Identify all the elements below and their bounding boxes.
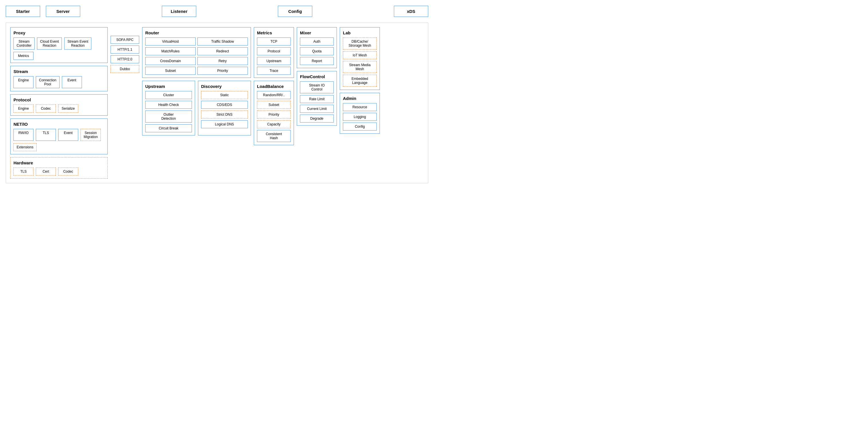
admin-section: Admin Resource Logging Config bbox=[340, 93, 380, 134]
upstream-health-check: Health Check bbox=[145, 101, 192, 109]
upstream-circuit-break: Circuit Break bbox=[145, 124, 192, 132]
discovery-section: Discovery Static CDS/EDS Strict DNS Logi… bbox=[198, 81, 251, 135]
mixer-items: Auth Quota Report bbox=[300, 37, 334, 65]
lab-embedded: Embedded Language bbox=[343, 75, 377, 87]
left-column: Proxy Stream Controller Cloud Event Reac… bbox=[10, 27, 108, 179]
hardware-item-tls: TLS bbox=[13, 167, 33, 176]
upstream-title: Upstream bbox=[145, 84, 192, 89]
stream-item-connection-pool: Connection Pool bbox=[36, 76, 60, 88]
discovery-title: Discovery bbox=[201, 84, 248, 89]
netio-title: NET/IO bbox=[13, 122, 104, 127]
protocol-title: Protocol bbox=[13, 97, 104, 102]
netio-section: NET/IO RW/IO TLS Event Session Migration… bbox=[10, 119, 108, 154]
header-xds: xDS bbox=[394, 6, 428, 17]
stream-item-engine: Engine bbox=[13, 76, 33, 88]
main-area: Proxy Stream Controller Cloud Event Reac… bbox=[6, 23, 428, 183]
lb-consistent-hash: Consistent Hash bbox=[257, 130, 291, 142]
lab-stream-media: Stream Media Mesh bbox=[343, 61, 377, 73]
discovery-cds-eds: CDS/EDS bbox=[201, 101, 248, 109]
hardware-items: TLS Cert Codec bbox=[13, 167, 104, 176]
discovery-logical-dns: Logical DNS bbox=[201, 120, 248, 128]
netio-item-event: Event bbox=[58, 129, 78, 141]
lab-title: Lab bbox=[343, 30, 377, 35]
proxy-item-stream-event: Stream Event Reaction bbox=[64, 37, 91, 50]
metrics-protocol: Protocol bbox=[257, 47, 291, 55]
stream-item-event: Event bbox=[62, 76, 82, 88]
lb-subset: Subset bbox=[257, 101, 291, 109]
router-items: VirtualHost Traffic Shadow MatchRules Re… bbox=[145, 37, 248, 75]
lb-capacity: Capacity bbox=[257, 120, 291, 128]
netio-item-rwio: RW/IO bbox=[13, 129, 33, 141]
metrics-upstream: Upstream bbox=[257, 57, 291, 65]
lab-section: Lab DB/Cache/ Strorage Mesh IoT Mesh Str… bbox=[340, 27, 380, 90]
upstream-cluster: Cluster bbox=[145, 91, 192, 99]
metrics-tcp: TCP bbox=[257, 37, 291, 45]
admin-logging: Logging bbox=[343, 113, 377, 121]
netio-item-extensions: Extensions bbox=[13, 143, 37, 151]
lb-random: Random/RR/.. bbox=[257, 91, 291, 99]
proto-sofa-rpc: SOFA RPC bbox=[111, 36, 139, 44]
discovery-static: Static bbox=[201, 91, 248, 99]
fc-degrade: Degrade bbox=[300, 115, 334, 123]
proxy-item-cloud-event: Cloud Event Reaction bbox=[37, 37, 62, 50]
admin-resource: Resource bbox=[343, 103, 377, 111]
router-traffic-shadow: Traffic Shadow bbox=[197, 37, 248, 45]
protocol-items: Engine Codec Serialize bbox=[13, 104, 104, 113]
hardware-item-cert: Cert bbox=[36, 167, 56, 176]
fc-stream-io: Stream IO Control bbox=[300, 81, 334, 93]
flowcontrol-title: FlowControl bbox=[300, 74, 334, 79]
hardware-section: Hardware TLS Cert Codec bbox=[10, 157, 108, 179]
proto-col: SOFA RPC HTTP/1.1 HTTP/2.0 Dubbo bbox=[111, 36, 139, 179]
lab-iot-mesh: IoT Mesh bbox=[343, 51, 377, 59]
lb-priority: Priority bbox=[257, 111, 291, 119]
proxy-title: Proxy bbox=[13, 30, 104, 35]
flowcontrol-items: Stream IO Control Rate Limit Current Lim… bbox=[300, 81, 334, 123]
admin-items: Resource Logging Config bbox=[343, 103, 377, 131]
mixer-report: Report bbox=[300, 57, 334, 65]
protocol-item-serialize: Serialize bbox=[58, 104, 78, 113]
hardware-item-codec: Codec bbox=[58, 167, 78, 176]
stream-section: Stream Engine Connection Pool Event bbox=[10, 66, 108, 91]
loadbalance-title: LoadBalance bbox=[257, 84, 291, 89]
proxy-item-metrics: Metrics bbox=[13, 52, 33, 60]
header-listener: Listener bbox=[162, 6, 196, 17]
proto-http11: HTTP/1.1 bbox=[111, 45, 139, 54]
router-redirect: Redirect bbox=[197, 47, 248, 55]
proxy-items: Stream Controller Cloud Event Reaction S… bbox=[13, 37, 104, 60]
netio-items: RW/IO TLS Event Session Migration Extens… bbox=[13, 129, 104, 151]
metrics-items: TCP Protocol Upstream Trace bbox=[257, 37, 291, 75]
router-priority: Priority bbox=[197, 67, 248, 75]
router-virtualhost: VirtualHost bbox=[145, 37, 196, 45]
protocol-item-codec: Codec bbox=[36, 104, 56, 113]
protocol-item-engine: Engine bbox=[13, 104, 33, 113]
router-retry: Retry bbox=[197, 57, 248, 65]
metrics-trace: Trace bbox=[257, 67, 291, 75]
router-section: Router VirtualHost Traffic Shadow MatchR… bbox=[142, 27, 251, 78]
fc-current-limit: Current Limit bbox=[300, 105, 334, 113]
stream-items: Engine Connection Pool Event bbox=[13, 76, 104, 88]
admin-config: Config bbox=[343, 123, 377, 131]
loadbalance-section: LoadBalance Random/RR/.. Subset Priority… bbox=[254, 81, 294, 145]
discovery-items: Static CDS/EDS Strict DNS Logical DNS bbox=[201, 91, 248, 128]
mixer-quota: Quota bbox=[300, 47, 334, 55]
admin-title: Admin bbox=[343, 96, 377, 101]
router-subset: Subset bbox=[145, 67, 196, 75]
router-title: Router bbox=[145, 30, 248, 35]
header-config: Config bbox=[278, 6, 312, 17]
proto-dubbo: Dubbo bbox=[111, 65, 139, 73]
upstream-section: Upstream Cluster Health Check Outlier De… bbox=[142, 81, 195, 135]
mixer-section: Mixer Auth Quota Report bbox=[297, 27, 337, 68]
router-crossdomain: CrossDomain bbox=[145, 57, 196, 65]
lab-db-cache: DB/Cache/ Strorage Mesh bbox=[343, 37, 377, 50]
header-server: Server bbox=[46, 6, 80, 17]
flowcontrol-section: FlowControl Stream IO Control Rate Limit… bbox=[297, 71, 337, 126]
mixer-title: Mixer bbox=[300, 30, 334, 35]
stream-title: Stream bbox=[13, 69, 104, 74]
upstream-items: Cluster Health Check Outlier Detection C… bbox=[145, 91, 192, 132]
metrics-section: Metrics TCP Protocol Upstream Trace bbox=[254, 27, 294, 78]
hardware-title: Hardware bbox=[13, 160, 104, 165]
mixer-auth: Auth bbox=[300, 37, 334, 45]
proxy-section: Proxy Stream Controller Cloud Event Reac… bbox=[10, 27, 108, 63]
netio-item-session-migration: Session Migration bbox=[81, 129, 101, 141]
protocol-section: Protocol Engine Codec Serialize bbox=[10, 94, 108, 116]
